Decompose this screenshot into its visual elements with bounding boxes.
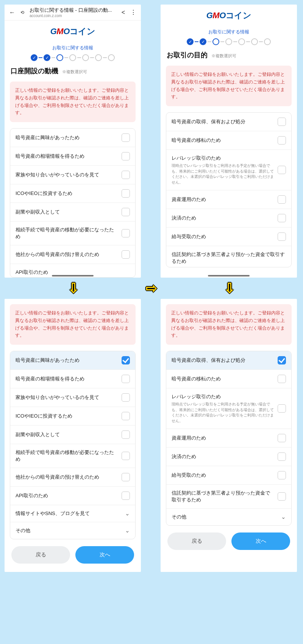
- checkbox-icon[interactable]: [122, 473, 130, 481]
- list-item[interactable]: 他社からの暗号資産の預け替えのため: [10, 245, 135, 264]
- flow-arrow-down: ⇩: [161, 281, 298, 295]
- checkbox-icon[interactable]: [278, 118, 286, 126]
- list-item[interactable]: 暗号資産の取得、保有および処分: [166, 351, 291, 369]
- checkbox-icon[interactable]: [278, 166, 286, 174]
- checkbox-icon[interactable]: [122, 393, 130, 402]
- gmo-coin-logo: GMOコイン: [161, 5, 297, 25]
- next-button[interactable]: 次へ: [75, 546, 134, 564]
- step-dot-done: ✓: [31, 54, 37, 61]
- step-label: お取引に関する情報: [5, 41, 141, 51]
- checkbox-icon[interactable]: [122, 229, 130, 237]
- button-row: 戻る 次へ: [161, 526, 297, 560]
- step-dot-future: [238, 38, 245, 45]
- expander-item[interactable]: その他⌄: [10, 522, 135, 539]
- checkbox-icon[interactable]: [278, 375, 286, 383]
- step-dot-future: [82, 54, 89, 61]
- checkbox-icon[interactable]: [278, 404, 286, 413]
- list-item[interactable]: ICOやIEOに投資するため: [10, 407, 135, 425]
- step-dot-future: [108, 54, 115, 61]
- list-item[interactable]: 資産運用のため: [166, 429, 291, 447]
- list-item[interactable]: 暗号資産の相場情報を得るため: [10, 147, 135, 165]
- back-button[interactable]: 戻る: [167, 532, 226, 550]
- checkbox-icon[interactable]: [278, 136, 286, 145]
- list-item[interactable]: 暗号資産の移転のため: [166, 131, 291, 149]
- screen-motive-initial: ← ⟲ お取引に関する情報 - 口座開設の動... account.coin.z…: [5, 5, 141, 278]
- list-item[interactable]: 資産運用のため: [166, 190, 291, 209]
- list-item[interactable]: ICOやIEOに投資するため: [10, 184, 135, 203]
- checkbox-icon[interactable]: [122, 375, 130, 383]
- step-dot-future: [69, 54, 76, 61]
- checkbox-icon[interactable]: [122, 412, 130, 420]
- step-label: お取引に関する情報: [161, 25, 297, 35]
- list-item[interactable]: レバレッジ取引のため 現時点でレバレッジ取引をご利用される予定が無い場合でも、将…: [166, 149, 291, 190]
- list-item[interactable]: 副業や副収入として: [10, 425, 135, 444]
- list-item[interactable]: 家族や知り合いがやっているのを見て: [10, 165, 135, 184]
- screen-purpose-selected: 正しい情報のご登録をお願いいたします。ご登録内容と異なるお取引が確認された際は、…: [161, 299, 297, 572]
- checkbox-icon[interactable]: [278, 356, 286, 364]
- list-item[interactable]: 暗号資産に興味があったため: [10, 351, 135, 369]
- list-item[interactable]: 暗号資産に興味があったため: [10, 129, 135, 147]
- more-icon[interactable]: ⋮: [130, 9, 136, 16]
- list-item[interactable]: API取引のため: [10, 486, 135, 505]
- warning-box: 正しい情報のご登録をお願いいたします。ご登録内容と異なるお取引が確認された際は、…: [10, 82, 136, 122]
- checkbox-icon[interactable]: [122, 171, 130, 179]
- motive-list: 暗号資産に興味があったため 暗号資産の相場情報を得るため 家族や知り合いがやって…: [10, 128, 136, 278]
- step-dot-current: [56, 54, 63, 61]
- chevron-down-icon: ⌄: [281, 514, 286, 520]
- stepper-purpose: ✓ ✓: [161, 35, 297, 50]
- checkbox-icon[interactable]: [122, 189, 130, 198]
- checkbox-icon[interactable]: [122, 492, 130, 500]
- back-icon[interactable]: ←: [9, 9, 15, 16]
- checkbox-icon[interactable]: [278, 471, 286, 479]
- list-item[interactable]: 給与受取のため: [166, 227, 291, 246]
- checkbox-icon[interactable]: [278, 492, 286, 501]
- checkbox-icon[interactable]: [122, 152, 130, 160]
- list-item[interactable]: 暗号資産の相場情報を得るため: [10, 369, 135, 388]
- expander-item[interactable]: その他⌄: [166, 508, 291, 525]
- checkbox-icon[interactable]: [122, 208, 130, 216]
- step-dot-future: [95, 54, 102, 61]
- purpose-list-selected: 暗号資産の取得、保有および処分 暗号資産の移転のため レバレッジ取引のため 現時…: [166, 351, 292, 526]
- list-item[interactable]: 決済のため: [166, 209, 291, 227]
- share-icon[interactable]: <: [122, 9, 125, 16]
- checkbox-icon[interactable]: [278, 214, 286, 222]
- checkbox-icon[interactable]: [278, 195, 286, 204]
- stepper-motive: ✓ ✓: [5, 51, 141, 66]
- expander-item[interactable]: 情報サイトやSNS、ブログを見て⌄: [10, 505, 135, 522]
- list-item[interactable]: 決済のため: [166, 447, 291, 466]
- warning-box: 正しい情報のご登録をお願いいたします。ご登録内容と異なるお取引が確認された際は、…: [166, 66, 292, 106]
- list-item[interactable]: 給与受取のため: [166, 466, 291, 484]
- step-dot-done: ✓: [187, 38, 194, 45]
- checkbox-icon[interactable]: [278, 434, 286, 442]
- list-item[interactable]: 家族や知り合いがやっているのを見て: [10, 388, 135, 407]
- list-item[interactable]: 相続手続で暗号資産の移動が必要になったため: [10, 221, 135, 245]
- checkbox-icon[interactable]: [122, 250, 130, 259]
- screen-purpose-initial: GMOコイン お取引に関する情報 ✓ ✓ お取引の目的 ※複数選択可 正しい情報…: [161, 5, 297, 278]
- checkbox-icon[interactable]: [122, 356, 130, 364]
- next-button[interactable]: 次へ: [231, 532, 290, 550]
- list-item[interactable]: 他社からの暗号資産の預け替えのため: [10, 468, 135, 486]
- list-item[interactable]: 副業や副収入として: [10, 203, 135, 221]
- item-label: レバレッジ取引のため: [172, 393, 274, 400]
- back-button[interactable]: 戻る: [11, 546, 70, 564]
- list-item[interactable]: 暗号資産の取得、保有および処分: [166, 113, 291, 131]
- list-item[interactable]: レバレッジ取引のため 現時点でレバレッジ取引をご利用される予定が無い場合でも、将…: [166, 388, 291, 429]
- translate-icon[interactable]: ⟲: [20, 10, 24, 15]
- scroll-indicator: [208, 275, 250, 276]
- heading-purpose: お取引の目的: [167, 51, 208, 59]
- checkbox-icon[interactable]: [278, 232, 286, 241]
- list-item[interactable]: 信託契約に基づき第三者より預かった資金で取引するため: [166, 484, 291, 508]
- list-item[interactable]: 相続手続で暗号資産の移動が必要になったため: [10, 444, 135, 468]
- checkbox-icon[interactable]: [278, 452, 286, 461]
- checkbox-icon[interactable]: [122, 134, 130, 142]
- chevron-down-icon: ⌄: [125, 510, 130, 517]
- browser-bar: ← ⟲ お取引に関する情報 - 口座開設の動... account.coin.z…: [5, 5, 141, 20]
- step-dot-future: [225, 38, 232, 45]
- gmo-coin-logo: GMOコイン: [5, 20, 141, 41]
- checkbox-icon[interactable]: [122, 452, 130, 460]
- list-item[interactable]: 暗号資産の移転のため: [166, 369, 291, 388]
- checkbox-icon[interactable]: [122, 430, 130, 439]
- heading-motive: 口座開設の動機: [11, 67, 58, 75]
- page-url: account.coin.z.com: [30, 14, 116, 18]
- list-item[interactable]: 信託契約に基づき第三者より預かった資金で取引するため: [166, 246, 291, 267]
